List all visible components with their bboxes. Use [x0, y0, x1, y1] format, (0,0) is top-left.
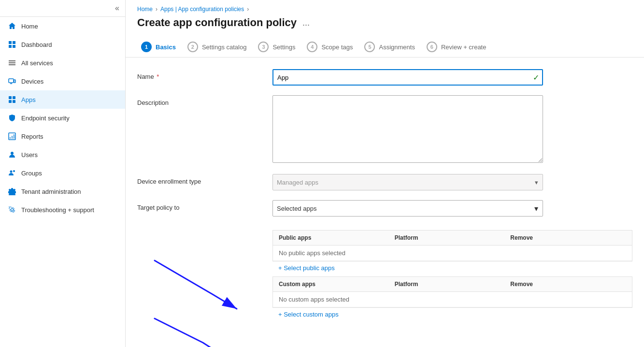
- name-check-icon: ✓: [533, 73, 539, 82]
- target-policy-select-wrapper: Selected apps All apps All Microsoft app…: [272, 200, 543, 217]
- svg-rect-4: [9, 60, 15, 61]
- step-circle-6: 6: [427, 42, 437, 52]
- wizard-step-scope-tags[interactable]: 4 Scope tags: [303, 37, 360, 57]
- breadcrumb-separator-2: ›: [247, 6, 249, 13]
- sidebar-item-troubleshooting[interactable]: Troubleshooting + support: [0, 201, 125, 219]
- svg-rect-10: [9, 96, 12, 99]
- device-enrollment-select: Managed apps: [272, 174, 543, 190]
- name-row: Name * ✓: [137, 69, 632, 86]
- step-label-settings: Settings: [272, 43, 295, 51]
- public-apps-col-platform: Platform: [395, 234, 511, 241]
- sidebar-item-users[interactable]: Users: [0, 145, 125, 164]
- form-content: Name * ✓ Description Device enrollmen: [126, 58, 644, 342]
- step-label-assignments: Assignments: [379, 43, 415, 51]
- step-label-basics: Basics: [156, 43, 176, 51]
- public-apps-platform-empty: [395, 249, 511, 257]
- sidebar-item-label-reports: Reports: [21, 133, 43, 140]
- step-circle-4: 4: [307, 42, 317, 52]
- name-input[interactable]: [272, 69, 543, 86]
- public-apps-col-remove: Remove: [510, 234, 626, 241]
- sidebar-item-dashboard[interactable]: Dashboard: [0, 35, 125, 54]
- sidebar-item-tenant-admin[interactable]: Tenant administration: [0, 182, 125, 201]
- main-content: Home › Apps | App configuration policies…: [126, 0, 644, 347]
- required-star-name: *: [155, 73, 159, 80]
- svg-rect-7: [9, 79, 14, 83]
- public-apps-empty-message: No public apps selected: [279, 249, 395, 257]
- custom-apps-col-remove: Remove: [510, 281, 626, 288]
- name-field: ✓: [272, 69, 632, 86]
- collapse-icon[interactable]: «: [115, 4, 119, 13]
- svg-rect-5: [9, 62, 15, 63]
- wizard-step-settings-catalog[interactable]: 2 Settings catalog: [184, 37, 255, 57]
- home-icon: [8, 22, 16, 30]
- troubleshoot-icon: [8, 205, 16, 214]
- sidebar-item-label-devices: Devices: [21, 78, 43, 85]
- apps-table-field: Public apps Platform Remove No public ap…: [272, 226, 632, 321]
- sidebar-item-endpoint-security[interactable]: Endpoint security: [0, 109, 125, 127]
- step-circle-5: 5: [364, 42, 375, 52]
- custom-apps-table: Custom apps Platform Remove No custom ap…: [272, 276, 632, 308]
- description-label: Description: [137, 95, 272, 106]
- sidebar-collapse-area: «: [0, 0, 125, 17]
- target-policy-select[interactable]: Selected apps All apps All Microsoft app…: [272, 200, 543, 217]
- users-icon: [8, 150, 16, 159]
- groups-icon: [8, 169, 16, 177]
- select-custom-apps-link[interactable]: + Select custom apps: [272, 308, 344, 321]
- svg-rect-6: [9, 64, 15, 65]
- page-title-row: Create app configuration policy ...: [126, 14, 644, 37]
- step-label-review-create: Review + create: [441, 43, 487, 51]
- sidebar: « Home Dashboard All services Devices Ap…: [0, 0, 126, 347]
- devices-icon: [8, 77, 16, 86]
- svg-rect-0: [9, 41, 12, 44]
- name-input-wrapper: ✓: [272, 69, 543, 86]
- step-circle-1: 1: [141, 42, 152, 52]
- sidebar-item-label-endpoint-security: Endpoint security: [21, 115, 70, 122]
- svg-rect-12: [9, 100, 12, 103]
- svg-rect-2: [9, 45, 12, 48]
- svg-rect-1: [13, 41, 15, 44]
- sidebar-item-label-tenant-admin: Tenant administration: [21, 188, 81, 195]
- svg-point-18: [11, 152, 14, 155]
- sidebar-item-label-home: Home: [21, 23, 38, 30]
- wizard-step-settings[interactable]: 3 Settings: [254, 37, 303, 57]
- custom-apps-col-platform: Platform: [395, 281, 511, 288]
- device-enrollment-select-wrapper: Managed apps ▾: [272, 174, 543, 190]
- sidebar-item-devices[interactable]: Devices: [0, 72, 125, 90]
- reports-icon: [8, 132, 16, 141]
- name-label: Name *: [137, 69, 272, 80]
- sidebar-item-label-users: Users: [21, 151, 38, 159]
- sidebar-item-label-all-services: All services: [21, 59, 53, 67]
- description-textarea[interactable]: [272, 95, 543, 163]
- step-circle-3: 3: [258, 42, 269, 52]
- sidebar-item-label-apps: Apps: [21, 96, 36, 103]
- svg-rect-3: [13, 45, 15, 48]
- breadcrumb-home[interactable]: Home: [137, 6, 153, 13]
- breadcrumb-separator-1: ›: [156, 6, 157, 13]
- sidebar-item-home[interactable]: Home: [0, 17, 125, 35]
- custom-apps-header: Custom apps Platform Remove: [273, 277, 632, 292]
- page-menu-icon[interactable]: ...: [302, 18, 310, 28]
- sidebar-item-label-troubleshooting: Troubleshooting + support: [21, 206, 94, 214]
- public-apps-empty-row: No public apps selected: [273, 246, 632, 261]
- sidebar-item-groups[interactable]: Groups: [0, 164, 125, 182]
- step-label-settings-catalog: Settings catalog: [202, 43, 247, 51]
- breadcrumb-apps[interactable]: Apps | App configuration policies: [160, 6, 244, 13]
- page-title: Create app configuration policy: [137, 16, 297, 29]
- wizard-step-assignments[interactable]: 5 Assignments: [360, 37, 422, 57]
- sidebar-item-reports[interactable]: Reports: [0, 127, 125, 145]
- dashboard-icon: [8, 40, 16, 49]
- wizard-step-basics[interactable]: 1 Basics: [137, 37, 184, 57]
- device-enrollment-label: Device enrollment type: [137, 174, 272, 185]
- target-policy-row: Target policy to Selected apps All apps …: [137, 200, 632, 217]
- form-content-wrapper: Name * ✓ Description Device enrollmen: [126, 58, 644, 347]
- wizard-steps: 1 Basics 2 Settings catalog 3 Settings 4…: [126, 37, 644, 58]
- public-apps-col-name: Public apps: [279, 234, 395, 241]
- sidebar-item-all-services[interactable]: All services: [0, 54, 125, 72]
- select-public-apps-link[interactable]: + Select public apps: [272, 261, 341, 275]
- wizard-step-review-create[interactable]: 6 Review + create: [423, 37, 494, 57]
- svg-rect-11: [13, 96, 15, 99]
- sidebar-item-apps[interactable]: Apps: [0, 90, 125, 109]
- description-row: Description: [137, 95, 632, 164]
- custom-apps-platform-empty: [395, 296, 511, 303]
- gear-icon: [8, 187, 16, 196]
